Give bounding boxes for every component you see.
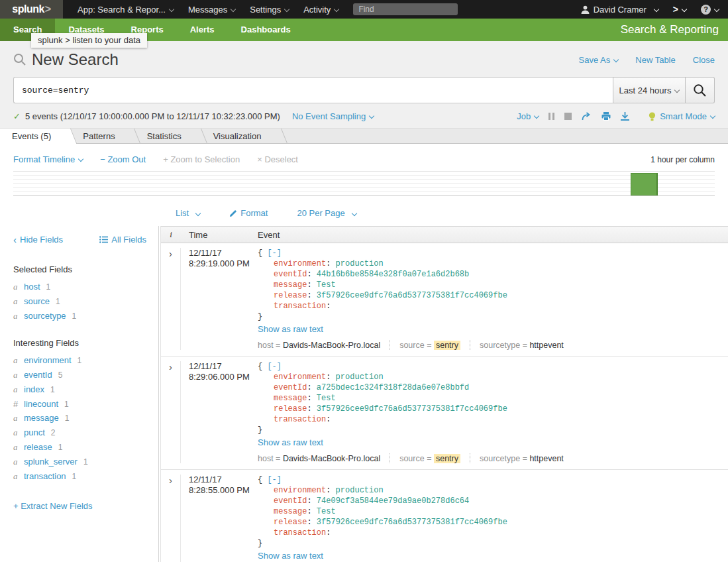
event-field-values: host = Davids-MacBook-Pro.local source =… [258,453,728,463]
stop-icon[interactable] [564,113,572,120]
chevron-down-icon [534,113,539,119]
field-name-link[interactable]: release [24,442,52,452]
chevron-down-icon [654,7,659,12]
field-item[interactable]: a source 1 [13,294,146,309]
field-name-link[interactable]: source [24,296,50,306]
field-count: 1 [64,400,69,409]
save-as-menu[interactable]: Save As [579,55,619,65]
app-switcher-menu[interactable]: > [673,4,686,15]
zoom-out-button[interactable]: − Zoom Out [100,154,146,164]
field-name-link[interactable]: environment [24,355,72,365]
deselect-button[interactable]: × Deselect [257,154,298,164]
timeline-bar[interactable] [631,173,658,196]
field-item[interactable]: a environment 1 [13,353,146,368]
event-timestamp: 12/11/17 8:28:55.000 PM [181,475,251,562]
tab-events[interactable]: Events (5) [0,129,71,143]
export-icon[interactable] [621,112,629,121]
list-view-menu[interactable]: List [176,208,200,218]
chevron-down-icon [714,7,719,12]
event-field-source[interactable]: source = sentry [399,454,460,463]
field-item[interactable]: a splunk_server 1 [13,455,146,469]
menu-settings[interactable]: Settings [250,5,289,15]
json-collapse-link[interactable]: [-] [267,249,282,258]
menu-app[interactable]: App: Search & Repor... [78,5,174,15]
json-collapse-link[interactable]: [-] [267,362,282,371]
event-field-values: host = Davids-MacBook-Pro.local source =… [258,340,728,350]
menu-activity[interactable]: Activity [303,5,338,15]
event-field-sourcetype[interactable]: sourcetype = httpevent [480,454,564,463]
show-raw-link[interactable]: Show as raw text [258,324,323,334]
nav-item-dashboards[interactable]: Dashboards [228,19,304,41]
field-item[interactable]: a index 1 [13,382,146,397]
event-field-source[interactable]: source = sentry [399,341,460,350]
field-name-link[interactable]: linecount [24,399,58,409]
field-item[interactable]: a sourcetype 1 [13,309,146,323]
time-range-picker[interactable]: Last 24 hours [613,77,686,103]
event-field-host[interactable]: host = Davids-MacBook-Pro.local [258,341,380,350]
field-name-link[interactable]: message [24,413,59,423]
field-name-link[interactable]: transaction [24,471,66,481]
field-name-link[interactable]: index [24,384,44,394]
event-timestamp: 12/11/17 8:29:06.000 PM [181,361,251,463]
extract-new-fields-link[interactable]: + Extract New Fields [13,501,93,511]
close-button[interactable]: Close [693,55,715,65]
field-name-link[interactable]: sourcetype [24,311,66,321]
job-menu[interactable]: Job [517,111,539,121]
expand-event-arrow[interactable]: › [169,363,172,372]
zoom-to-selection-button[interactable]: + Zoom to Selection [163,154,240,164]
show-raw-link[interactable]: Show as raw text [258,551,323,561]
field-name-link[interactable]: punct [24,427,45,437]
nav-item-alerts[interactable]: Alerts [177,19,228,41]
print-icon[interactable] [601,112,611,121]
json-collapse-link[interactable]: [-] [267,475,282,484]
json-value: 3f57926cee9dfc76a6d5377375381f7cc4069fbe [312,291,507,300]
tab-patterns[interactable]: Patterns [71,129,134,143]
field-name-link[interactable]: host [24,282,40,292]
field-type-prefix: a [13,370,21,380]
event-field-sourcetype[interactable]: sourcetype = httpevent [480,341,564,350]
nav-tooltip: splunk > listen to your data [31,33,147,48]
menu-messages[interactable]: Messages [188,5,235,15]
field-item[interactable]: # linecount 1 [13,397,146,411]
events-table-wrap: i Time Event › 12/11/17 8:29:19.000 PM {… [160,226,728,562]
per-page-menu[interactable]: 20 Per Page [297,208,356,218]
timeline-section: Format Timeline − Zoom Out + Zoom to Sel… [0,144,728,196]
hide-fields-button[interactable]: ‹Hide Fields [13,235,63,245]
search-mode-menu[interactable]: Smart Mode [649,111,715,121]
field-item[interactable]: a release 1 [13,440,146,455]
field-item[interactable]: a message 1 [13,411,146,425]
field-name-link[interactable]: eventId [24,370,52,380]
user-menu[interactable]: David Cramer [581,5,658,15]
search-query-input[interactable] [13,77,613,103]
json-value: production [331,486,383,495]
tab-statistics[interactable]: Statistics [135,129,201,143]
search-submit-button[interactable] [686,77,715,103]
find-input[interactable] [353,3,458,15]
json-value: Test [312,394,336,403]
field-item[interactable]: a host 1 [13,280,146,294]
json-key: message [274,507,307,516]
pause-icon[interactable] [548,113,554,120]
all-fields-button[interactable]: All Fields [99,235,146,245]
timeline-histogram[interactable] [13,171,715,196]
expand-event-arrow[interactable]: › [169,476,172,485]
field-item[interactable]: a eventId 5 [13,368,146,382]
share-icon[interactable] [582,112,592,121]
format-menu[interactable]: Format [229,208,268,218]
splunk-logo[interactable]: splunk> [0,0,63,19]
new-table-button[interactable]: New Table [635,55,675,65]
field-item[interactable]: a punct 2 [13,425,146,440]
expand-event-arrow[interactable]: › [169,249,172,258]
field-item[interactable]: a transaction 1 [13,469,146,484]
field-name-link[interactable]: splunk_server [24,457,78,467]
chevron-down-icon [195,210,201,215]
json-value: production [331,372,383,382]
event-sampling-menu[interactable]: No Event Sampling [292,111,374,121]
tab-visualization[interactable]: Visualization [201,129,282,143]
show-raw-link[interactable]: Show as raw text [258,437,323,447]
format-timeline-menu[interactable]: Format Timeline [13,154,83,164]
checkmark-icon: ✓ [13,111,21,121]
json-close-brace: } [258,539,262,548]
help-menu[interactable]: ? [701,5,719,15]
event-field-host[interactable]: host = Davids-MacBook-Pro.local [258,454,380,463]
